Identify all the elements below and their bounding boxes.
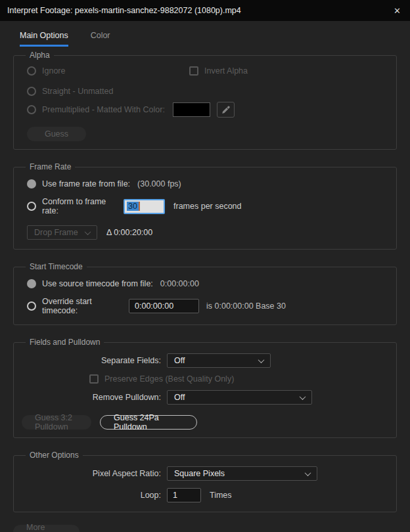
radio-straight	[27, 87, 36, 96]
tab-color[interactable]: Color	[91, 31, 110, 47]
more-options-button: More Options...	[13, 525, 80, 532]
select-remove-pulldown[interactable]: Off	[167, 390, 312, 405]
group-fields-pulldown-legend: Fields and Pulldown	[26, 338, 104, 347]
chevron-down-icon	[300, 393, 306, 400]
guess-24pa-pulldown-button[interactable]: Guess 24Pa Pulldown	[100, 415, 197, 430]
group-frame-rate: Frame Rate Use frame rate from file: (30…	[13, 162, 397, 250]
override-is-value: is 0:00:00:00 Base 30	[206, 301, 286, 311]
radio-premultiplied-label: Premultiplied - Matted With Color:	[42, 105, 165, 114]
loop-label: Loop:	[22, 491, 161, 500]
file-fps-value: (30.000 fps)	[137, 179, 181, 188]
override-timecode-input[interactable]: 0:00:00:00	[129, 299, 199, 313]
radio-use-frame-rate[interactable]	[27, 179, 36, 188]
fps-suffix-label: frames per second	[173, 202, 242, 211]
tab-bar: Main Options Color	[20, 31, 397, 47]
text-caret	[139, 202, 140, 211]
select-separate-fields[interactable]: Off	[167, 353, 271, 368]
radio-use-source-timecode-label: Use source timecode from file:	[42, 279, 153, 288]
separate-fields-label: Separate Fields:	[22, 356, 161, 365]
chevron-down-icon	[305, 470, 311, 476]
radio-conform[interactable]	[27, 202, 36, 211]
radio-conform-label: Conform to frame rate:	[42, 197, 124, 215]
guess-button: Guess	[27, 127, 86, 141]
close-icon[interactable]: ✕	[394, 7, 401, 15]
radio-override-timecode[interactable]	[27, 301, 36, 311]
conform-frame-rate-value: 30	[127, 202, 139, 211]
group-start-timecode-legend: Start Timecode	[26, 262, 87, 271]
select-drop-frame: Drop Frame	[27, 225, 97, 240]
select-drop-frame-value: Drop Frame	[34, 228, 78, 237]
group-other-options: Other Options Pixel Aspect Ratio: Square…	[13, 451, 397, 512]
matte-color-swatch	[173, 102, 210, 117]
group-frame-rate-legend: Frame Rate	[26, 162, 75, 171]
eyedropper-button	[217, 102, 235, 118]
radio-override-timecode-label: Override start timecode:	[42, 297, 129, 315]
chevron-down-icon	[258, 357, 265, 363]
radio-straight-label: Straight - Unmatted	[42, 87, 113, 96]
checkbox-preserve-edges-label: Preserve Edges (Best Quality Only)	[104, 374, 234, 384]
radio-premultiplied	[27, 105, 36, 114]
select-separate-fields-value: Off	[174, 356, 185, 365]
duration-delta-label: Δ 0:00:20:00	[106, 228, 152, 237]
radio-use-source-timecode[interactable]	[27, 279, 36, 288]
select-remove-pulldown-value: Off	[174, 393, 185, 402]
eyedropper-icon	[221, 105, 231, 115]
checkbox-invert-alpha	[189, 66, 198, 76]
tab-main-options[interactable]: Main Options	[20, 31, 68, 47]
group-alpha-legend: Alpha	[26, 51, 54, 60]
group-fields-pulldown: Fields and Pulldown Separate Fields: Off…	[13, 338, 397, 438]
window-titlebar: Interpret Footage: pexels-martin-sanchez…	[0, 0, 410, 21]
group-start-timecode: Start Timecode Use source timecode from …	[13, 262, 397, 325]
guess-32-pulldown-button: Guess 3:2 Pulldown	[22, 415, 91, 430]
checkbox-invert-alpha-label: Invert Alpha	[204, 66, 248, 76]
interpret-footage-dialog: Interpret Footage: pexels-martin-sanchez…	[0, 0, 410, 532]
select-pixel-aspect-ratio-value: Square Pixels	[174, 469, 225, 478]
window-title: Interpret Footage: pexels-martin-sanchez…	[7, 6, 394, 15]
radio-use-frame-rate-label: Use frame rate from file:	[42, 179, 130, 188]
loop-times-label: Times	[210, 491, 232, 500]
select-pixel-aspect-ratio[interactable]: Square Pixels	[167, 466, 317, 481]
radio-ignore-label: Ignore	[42, 66, 65, 76]
chevron-down-icon	[85, 229, 91, 235]
source-timecode-value: 0:00:00:00	[160, 279, 199, 288]
group-alpha: Alpha Ignore Invert Alpha Straight - Unm…	[13, 51, 397, 150]
loop-input[interactable]: 1	[167, 488, 201, 502]
group-other-options-legend: Other Options	[26, 451, 83, 460]
pixel-aspect-ratio-label: Pixel Aspect Ratio:	[22, 469, 161, 478]
checkbox-preserve-edges	[89, 374, 99, 384]
radio-ignore	[27, 66, 36, 76]
conform-frame-rate-input[interactable]: 30	[124, 199, 165, 214]
remove-pulldown-label: Remove Pulldown:	[22, 393, 161, 402]
